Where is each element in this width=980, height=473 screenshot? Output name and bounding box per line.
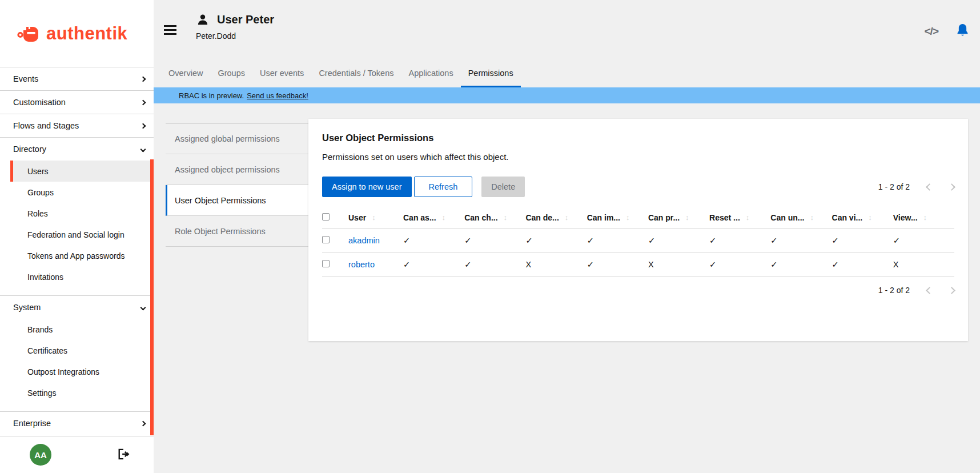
refresh-button[interactable]: Refresh — [414, 177, 473, 197]
column-header-can-pr[interactable]: Can pr...↕ — [648, 213, 709, 222]
sort-icon[interactable]: ↕ — [685, 213, 689, 222]
sidebar-item-directory[interactable]: Directory — [0, 138, 154, 161]
sidebar-item-groups[interactable]: Groups — [0, 182, 154, 203]
sidebar-item-label: System — [13, 303, 41, 312]
column-header-label: User — [348, 213, 366, 222]
sidebar-item-invitations[interactable]: Invitations — [0, 266, 154, 287]
column-header-label: Can un... — [770, 213, 804, 222]
tab-groups[interactable]: Groups — [210, 60, 252, 87]
chevron-right-icon — [140, 123, 146, 129]
check-mark: ✓ — [832, 236, 839, 245]
column-header-can-im[interactable]: Can im...↕ — [587, 213, 648, 222]
sidebar-nav: EventsCustomisationFlows and StagesDirec… — [0, 67, 154, 435]
column-header-can-de[interactable]: Can de...↕ — [525, 213, 587, 222]
sidebar-item-roles[interactable]: Roles — [0, 203, 154, 224]
check-mark: ✓ — [525, 236, 532, 245]
sidebar-item-customisation[interactable]: Customisation — [0, 91, 154, 114]
next-page-button[interactable] — [949, 183, 954, 191]
column-header-user[interactable]: User↕ — [348, 213, 403, 222]
sidebar-item-system[interactable]: System — [0, 296, 154, 319]
pagination-top: 1 - 2 of 2 — [878, 182, 954, 191]
user-object-permissions-card: User Object Permissions Permissions set … — [308, 119, 968, 341]
check-mark: ✓ — [709, 260, 716, 269]
check-mark: ✓ — [403, 236, 410, 245]
preview-banner: RBAC is in preview. Send us feedback! — [154, 87, 980, 103]
chevron-left-icon — [926, 287, 933, 294]
sidebar-toggle-button[interactable] — [164, 25, 176, 37]
banner-message: RBAC is in preview. — [179, 91, 244, 100]
sort-icon[interactable]: ↕ — [746, 213, 750, 222]
api-code-icon[interactable]: </> — [921, 25, 942, 38]
logout-button[interactable] — [117, 448, 130, 462]
sign-out-icon — [117, 448, 130, 460]
tab-overview[interactable]: Overview — [161, 60, 210, 87]
sidebar-item-brands[interactable]: Brands — [0, 319, 154, 340]
brand-logo[interactable]: authentik — [0, 0, 154, 67]
sidebar-item-federation-and-social-login[interactable]: Federation and Social login — [0, 224, 154, 245]
sidebar-item-settings[interactable]: Settings — [0, 382, 154, 403]
tab-credentials-tokens[interactable]: Credentials / Tokens — [311, 60, 401, 87]
column-header-can-un[interactable]: Can un...↕ — [770, 213, 832, 222]
sidebar-item-users[interactable]: Users — [10, 161, 154, 182]
column-header-can-as[interactable]: Can as...↕ — [403, 213, 464, 222]
tab-user-events[interactable]: User events — [252, 60, 311, 87]
sidebar-item-enterprise[interactable]: Enterprise — [0, 412, 154, 435]
delete-button: Delete — [481, 177, 525, 197]
sort-icon[interactable]: ↕ — [626, 213, 630, 222]
check-mark: ✓ — [587, 260, 594, 269]
subtab-assigned-object-permissions[interactable]: Assigned object permissions — [166, 154, 308, 185]
check-mark: ✓ — [587, 236, 594, 245]
notifications-bell-icon[interactable] — [955, 23, 970, 40]
sort-icon[interactable]: ↕ — [372, 213, 376, 222]
column-header-reset[interactable]: Reset ...↕ — [709, 213, 770, 222]
sidebar-item-events[interactable]: Events — [0, 67, 154, 90]
sort-icon[interactable]: ↕ — [810, 213, 814, 222]
row-checkbox[interactable] — [322, 236, 330, 243]
select-all-checkbox[interactable] — [322, 213, 330, 221]
user-link-roberto[interactable]: roberto — [348, 260, 375, 269]
chevron-right-icon — [948, 183, 955, 191]
pagination-bottom: 1 - 2 of 2 — [878, 286, 954, 295]
row-checkbox[interactable] — [322, 260, 330, 267]
tab-permissions[interactable]: Permissions — [461, 60, 521, 87]
column-header-can-vi[interactable]: Can vi...↕ — [832, 213, 893, 222]
check-mark: ✓ — [770, 236, 777, 245]
tab-bar: OverviewGroupsUser eventsCredentials / T… — [154, 60, 980, 87]
sort-icon[interactable]: ↕ — [565, 213, 569, 222]
assign-to-new-user-button[interactable]: Assign to new user — [322, 177, 412, 197]
check-mark: ✓ — [893, 236, 900, 245]
column-header-view[interactable]: View...↕ — [893, 213, 954, 222]
sidebar-item-label: Enterprise — [13, 419, 51, 428]
check-mark: ✓ — [832, 260, 839, 269]
page-header: User Peter Peter.Dodd — [196, 13, 274, 41]
sidebar-item-label: Directory — [13, 145, 46, 154]
check-mark: ✓ — [648, 236, 655, 245]
sort-icon[interactable]: ↕ — [442, 213, 446, 222]
subtab-assigned-global-permissions[interactable]: Assigned global permissions — [166, 123, 308, 154]
avatar[interactable]: AA — [30, 444, 51, 466]
next-page-button[interactable] — [949, 286, 954, 295]
user-link-akadmin[interactable]: akadmin — [348, 236, 380, 245]
sidebar-item-certificates[interactable]: Certificates — [0, 340, 154, 361]
column-header-can-ch[interactable]: Can ch...↕ — [464, 213, 525, 222]
sidebar-item-outpost-integrations[interactable]: Outpost Integrations — [0, 361, 154, 382]
previous-page-button[interactable] — [927, 183, 932, 191]
subtab-role-object-permissions[interactable]: Role Object Permissions — [166, 216, 308, 247]
column-header-label: Can im... — [587, 213, 620, 222]
check-mark: ✓ — [464, 236, 471, 245]
card-title: User Object Permissions — [322, 133, 954, 143]
chevron-right-icon — [140, 76, 146, 82]
tab-applications[interactable]: Applications — [401, 60, 460, 87]
brand-logo-text: authentik — [46, 23, 127, 44]
check-mark: ✓ — [464, 260, 471, 269]
column-header-label: Can vi... — [832, 213, 863, 222]
permissions-table: User↕Can as...↕Can ch...↕Can de...↕Can i… — [322, 207, 954, 276]
sort-icon[interactable]: ↕ — [868, 213, 872, 222]
feedback-link[interactable]: Send us feedback! — [247, 91, 308, 100]
sort-icon[interactable]: ↕ — [504, 213, 508, 222]
sidebar-item-flows-and-stages[interactable]: Flows and Stages — [0, 114, 154, 137]
sort-icon[interactable]: ↕ — [923, 213, 927, 222]
sidebar-item-tokens-and-app-passwords[interactable]: Tokens and App passwords — [0, 245, 154, 266]
subtab-user-object-permissions[interactable]: User Object Permissions — [166, 185, 308, 216]
previous-page-button[interactable] — [927, 286, 932, 295]
